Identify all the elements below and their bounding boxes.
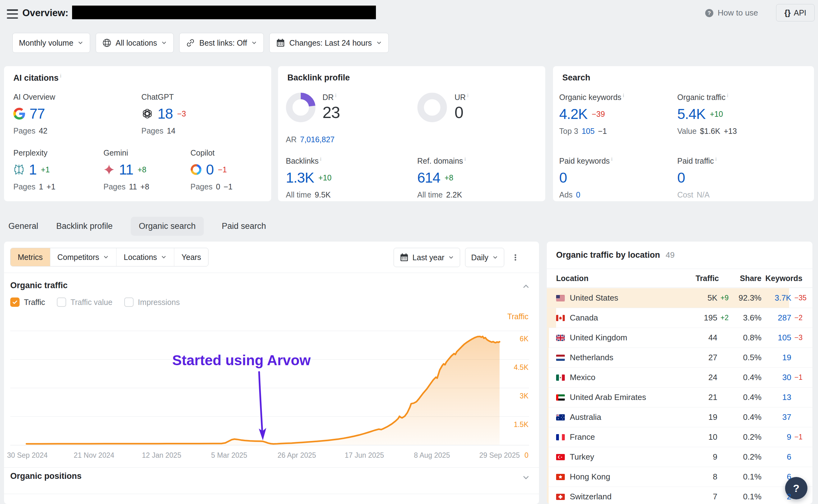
menu-icon[interactable]: [7, 9, 18, 19]
keywords-value[interactable]: 6: [761, 472, 791, 482]
table-row-ca[interactable]: Canada195+23.6%287−2: [547, 308, 812, 328]
info-icon[interactable]: i: [716, 156, 717, 162]
keywords-value[interactable]: 37: [761, 412, 791, 422]
location-cell: Hong Kong: [556, 472, 696, 482]
info-icon[interactable]: i: [335, 93, 336, 98]
metric-sub-link[interactable]: 7,016,827: [300, 135, 334, 144]
table-row-au[interactable]: Australia190.4%37: [547, 407, 812, 427]
keywords-value[interactable]: 9: [761, 432, 791, 442]
column-header-share[interactable]: Share: [730, 274, 761, 283]
organic-positions-section-title[interactable]: Organic positions: [10, 471, 82, 481]
filter-button-3[interactable]: Best links: Off: [179, 33, 264, 53]
metric-value[interactable]: 0: [206, 161, 214, 178]
tab-paid-search[interactable]: Paid search: [222, 217, 266, 236]
info-icon[interactable]: i: [60, 73, 61, 79]
filter-button-4[interactable]: Changes: Last 24 hours: [269, 33, 388, 53]
segment-years[interactable]: Years: [174, 248, 208, 266]
segment-metrics[interactable]: Metrics: [11, 248, 50, 266]
keywords-value[interactable]: 287: [761, 313, 791, 323]
metric-value[interactable]: 0: [559, 169, 567, 186]
table-row-hk[interactable]: Hong Kong80.1%6: [547, 467, 812, 487]
info-icon[interactable]: i: [320, 156, 321, 162]
tab-organic-search[interactable]: Organic search: [131, 217, 204, 236]
location-name[interactable]: United States: [570, 293, 618, 303]
keywords-value[interactable]: 2: [761, 492, 791, 502]
keywords-value[interactable]: 19: [761, 353, 791, 362]
tab-backlink-profile[interactable]: Backlink profile: [56, 217, 113, 236]
metric-sub-link[interactable]: 105: [582, 127, 595, 136]
keywords-delta: −3: [791, 334, 809, 342]
location-name[interactable]: Canada: [570, 313, 598, 323]
rating-value: 23: [322, 103, 340, 122]
chevron-down-icon: [448, 254, 454, 261]
location-name[interactable]: United Kingdom: [570, 333, 627, 343]
location-name[interactable]: Hong Kong: [570, 472, 610, 482]
backlink-profile-card: Backlink profile DRi23URi0AR7,016,827Bac…: [278, 66, 545, 201]
metric-value[interactable]: 5.4K: [677, 106, 706, 122]
metric-value[interactable]: 1: [29, 161, 37, 178]
filter-button-2[interactable]: All locations: [96, 33, 174, 53]
info-icon[interactable]: i: [611, 156, 613, 162]
segment-locations[interactable]: Locations: [116, 248, 174, 266]
metric-sub-text: +13: [724, 127, 737, 136]
column-header-location[interactable]: Location: [556, 274, 696, 283]
share-value: 0.4%: [730, 393, 761, 402]
tab-general[interactable]: General: [8, 217, 38, 236]
metric-value[interactable]: 614: [417, 169, 440, 186]
metric-value[interactable]: 4.2K: [559, 106, 588, 122]
metric-value[interactable]: 0: [677, 169, 685, 186]
granularity-button[interactable]: Daily: [465, 248, 504, 267]
metric-value[interactable]: 11: [119, 161, 133, 178]
info-icon[interactable]: i: [727, 93, 728, 98]
date-range-button[interactable]: Last year: [393, 248, 461, 267]
metric-label-text: AI Overview: [13, 93, 55, 101]
segment-competitors[interactable]: Competitors: [50, 248, 116, 266]
checkbox-impressions[interactable]: Impressions: [124, 297, 180, 307]
column-header-traffic[interactable]: Traffic: [696, 274, 717, 283]
table-row-mx[interactable]: Mexico240.4%30−1: [547, 368, 812, 388]
more-options-button[interactable]: [509, 248, 522, 267]
location-name[interactable]: France: [570, 432, 595, 442]
location-name[interactable]: United Arab Emirates: [570, 393, 646, 402]
table-row-fr[interactable]: France100.2%9−1: [547, 427, 812, 447]
column-header-keywords[interactable]: Keywords: [761, 274, 809, 283]
collapse-section-icon[interactable]: [522, 282, 530, 291]
y-tick-label: 3K: [520, 392, 529, 400]
keywords-value[interactable]: 6: [761, 452, 791, 462]
keywords-value[interactable]: 3.7K: [761, 293, 791, 303]
location-name[interactable]: Turkey: [570, 452, 594, 462]
keywords-value[interactable]: 105: [761, 333, 791, 343]
share-bar: [547, 407, 549, 427]
filter-label: All locations: [116, 39, 157, 48]
metric-value[interactable]: 18: [157, 105, 173, 122]
organic-traffic-chart[interactable]: Traffic01.5K3K4.5K6K30 Sep 202421 Nov 20…: [4, 307, 539, 469]
expand-section-icon[interactable]: [522, 473, 530, 482]
keywords-value[interactable]: 30: [761, 373, 791, 382]
api-button[interactable]: {} API: [776, 4, 815, 21]
metric-sub-text: Pages: [190, 182, 212, 191]
table-row-nl[interactable]: Netherlands270.5%19: [547, 348, 812, 368]
metric-sub-link[interactable]: 0: [576, 190, 580, 199]
how-to-use-button[interactable]: ? How to use: [705, 8, 758, 18]
keywords-value[interactable]: 13: [761, 393, 791, 402]
table-row-tr[interactable]: Turkey90.2%6: [547, 447, 812, 467]
checkbox-traffic[interactable]: Traffic: [10, 297, 45, 307]
location-name[interactable]: Mexico: [570, 373, 595, 382]
table-row-ae[interactable]: United Arab Emirates210.4%13: [547, 388, 812, 407]
location-name[interactable]: Netherlands: [570, 353, 613, 362]
metric-value[interactable]: 77: [30, 105, 45, 122]
info-icon[interactable]: i: [467, 93, 469, 98]
metric-value[interactable]: 1.3K: [286, 169, 314, 186]
table-row-us[interactable]: United States5K+992.3%3.7K−35: [547, 288, 812, 308]
table-row-gb[interactable]: United Kingdom440.8%105−3: [547, 328, 812, 348]
location-name[interactable]: Switzerland: [570, 492, 611, 502]
metric-subline: Pages14: [141, 126, 186, 135]
filter-button-1[interactable]: Monthly volume: [12, 33, 90, 53]
table-row-ch[interactable]: Switzerland70.1%2: [547, 487, 812, 504]
checkbox-traffic-value[interactable]: Traffic value: [57, 297, 112, 307]
info-icon[interactable]: i: [623, 93, 624, 98]
info-icon[interactable]: i: [465, 156, 466, 162]
svg-text:?: ?: [708, 10, 711, 16]
metric-backlinks: Backlinksi1.3K+10All time9.5K: [286, 156, 331, 199]
location-name[interactable]: Australia: [570, 412, 601, 422]
